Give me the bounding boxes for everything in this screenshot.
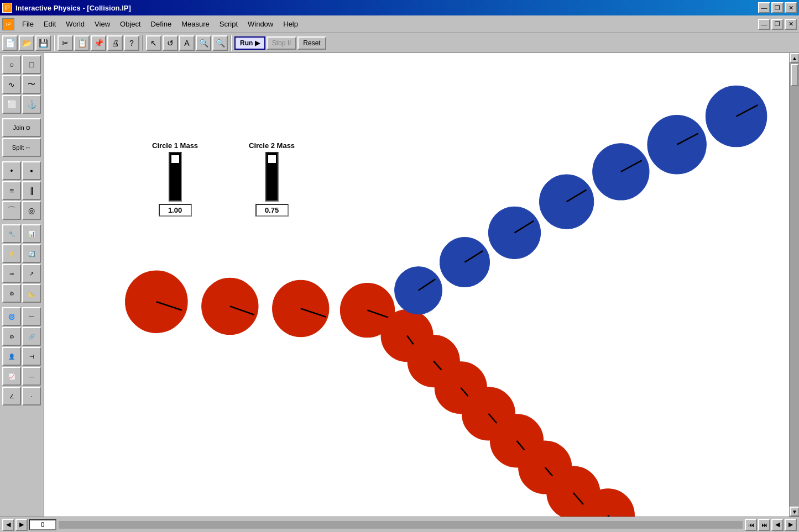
svg-point-24	[395, 267, 442, 314]
rectangle-tool[interactable]: □	[22, 55, 41, 74]
step-forward-button[interactable]: ⏭	[758, 519, 770, 531]
step-back-button[interactable]: ⏮	[745, 519, 757, 531]
circle1-mass-value[interactable]: 1.00	[159, 204, 192, 217]
menu-world[interactable]: World	[61, 18, 89, 30]
app-icon: IP	[2, 3, 12, 13]
text-tool[interactable]: A	[179, 35, 195, 51]
frame-input[interactable]: 0	[29, 519, 56, 530]
menu-object[interactable]: Object	[116, 18, 145, 30]
anchor-tool[interactable]: ⚓	[22, 95, 41, 114]
circle-tool[interactable]: ○	[2, 55, 21, 74]
pin-tool[interactable]: •	[2, 161, 21, 180]
select-tool[interactable]: ↖	[146, 35, 161, 51]
timeline-track[interactable]	[59, 521, 743, 529]
copy-button[interactable]: 📋	[74, 35, 90, 51]
zoom-out-tool[interactable]: 🔍	[212, 35, 228, 51]
menu-close-button[interactable]: ✕	[785, 19, 797, 30]
split-button[interactable]: Split↔	[2, 138, 41, 157]
help-button[interactable]: ?	[124, 35, 139, 51]
bottom-bar: ◀ ▶ 0 ⏮ ⏭ ◀ ▶	[0, 517, 799, 532]
circle1-mass-slider[interactable]: Circle 1 Mass 1.00	[152, 141, 198, 217]
scroll-down-arrow[interactable]: ▼	[790, 507, 799, 517]
menu-help[interactable]: Help	[279, 18, 302, 30]
cut-button[interactable]: ✂	[58, 35, 73, 51]
run-button[interactable]: Run ▶	[234, 36, 265, 50]
new-button[interactable]: 📄	[2, 35, 18, 51]
menu-measure[interactable]: Measure	[177, 18, 214, 30]
circle2-mass-value[interactable]: 0.75	[255, 204, 289, 217]
accel-tool[interactable]: ↗	[22, 264, 41, 283]
wave-tool[interactable]: 〰	[22, 307, 41, 326]
circle2-mass-label: Circle 2 Mass	[249, 141, 295, 150]
rotate-tool[interactable]: ↺	[163, 35, 178, 51]
rope-tool[interactable]: ⌒	[2, 201, 21, 220]
blue-circle-5	[593, 144, 649, 200]
freehand-tool[interactable]: 〜	[22, 75, 41, 94]
circle2-track[interactable]	[265, 152, 279, 202]
menu-edit[interactable]: Edit	[39, 18, 60, 30]
menu-view[interactable]: View	[90, 18, 114, 30]
track-tool[interactable]: 🔧	[2, 224, 21, 243]
geo-tool2[interactable]: 📐	[22, 284, 41, 303]
scroll-thumb[interactable]	[791, 64, 798, 86]
canvas-area: Circle 1 Mass 1.00 Circle 2 Mass 0.75	[44, 53, 789, 517]
scroll-track[interactable]	[790, 63, 799, 507]
menu-maximize-button[interactable]: ❐	[771, 19, 784, 30]
join-button[interactable]: Join⊙	[2, 118, 41, 137]
scroll-up-arrow[interactable]: ▲	[790, 53, 799, 63]
graph-tool[interactable]: 📈	[2, 367, 21, 386]
reset-button[interactable]: Reset	[297, 36, 326, 50]
geo-tool1[interactable]: ⚙	[2, 284, 21, 303]
print-button[interactable]: 🖨	[107, 35, 123, 51]
velocity-tool[interactable]: ⇒	[2, 264, 21, 283]
damper-tool[interactable]: ‖	[22, 181, 41, 200]
menu-file[interactable]: File	[18, 18, 38, 30]
maximize-button[interactable]: ❐	[771, 2, 784, 13]
play-back-button[interactable]: ◀	[2, 519, 14, 531]
gear-tool[interactable]: ⚙	[2, 327, 21, 346]
force-tool[interactable]: ⚡	[2, 244, 21, 263]
circle2-mass-slider[interactable]: Circle 2 Mass 0.75	[249, 141, 295, 217]
blue-circle-3	[488, 207, 540, 259]
red-circle-2	[202, 278, 258, 334]
main-container: ○ □ ∿ 〜 ⬜ ⚓ Join⊙ Split↔ • ▪ ≡ ‖	[0, 53, 799, 517]
red-circle-1	[126, 271, 188, 333]
zoom-in-tool[interactable]: 🔍	[196, 35, 211, 51]
menu-app-icon: IP	[2, 18, 14, 30]
svg-point-34	[647, 115, 706, 174]
blue-circle-7	[706, 86, 767, 147]
point-tool[interactable]: ·	[22, 387, 41, 405]
curve-tool[interactable]: ∿	[2, 75, 21, 94]
link-tool[interactable]: 🔗	[22, 327, 41, 346]
spring2-tool[interactable]: 🌀	[2, 307, 21, 326]
spring-tool[interactable]: ≡	[2, 181, 21, 200]
circle1-slider-handle[interactable]	[171, 155, 179, 163]
menu-window[interactable]: Window	[243, 18, 278, 30]
paste-button[interactable]: 📌	[91, 35, 106, 51]
menu-define[interactable]: Define	[147, 18, 176, 30]
constraint-tool[interactable]: ⊣	[22, 347, 41, 366]
stop-button[interactable]: Stop II	[267, 36, 297, 50]
line-tool[interactable]: —	[22, 367, 41, 386]
open-button[interactable]: 📂	[19, 35, 34, 51]
torque-tool[interactable]: 🔄	[22, 244, 41, 263]
body-tool[interactable]: 👤	[2, 347, 21, 366]
circle1-track[interactable]	[169, 152, 182, 202]
menu-minimize-button[interactable]: —	[758, 19, 770, 30]
slot-tool[interactable]: ▪	[22, 161, 41, 180]
timeline-right-button[interactable]: ▶	[785, 519, 797, 531]
pulley-tool[interactable]: ◎	[22, 201, 41, 220]
save-button[interactable]: 💾	[35, 35, 51, 51]
close-button[interactable]: ✕	[785, 2, 797, 13]
minimize-button[interactable]: —	[758, 2, 770, 13]
angle-tool[interactable]: ∠	[2, 387, 21, 405]
right-scrollbar: ▲ ▼	[789, 53, 799, 517]
red-circle-3	[273, 280, 329, 336]
menu-script[interactable]: Script	[215, 18, 242, 30]
play-forward-button[interactable]: ▶	[15, 519, 28, 531]
polygon-tool[interactable]: ⬜	[2, 95, 21, 114]
timeline-left-button[interactable]: ◀	[771, 519, 784, 531]
blue-circle-4	[540, 175, 594, 229]
measure-tool[interactable]: 📊	[22, 224, 41, 243]
circle2-slider-handle[interactable]	[268, 155, 276, 163]
